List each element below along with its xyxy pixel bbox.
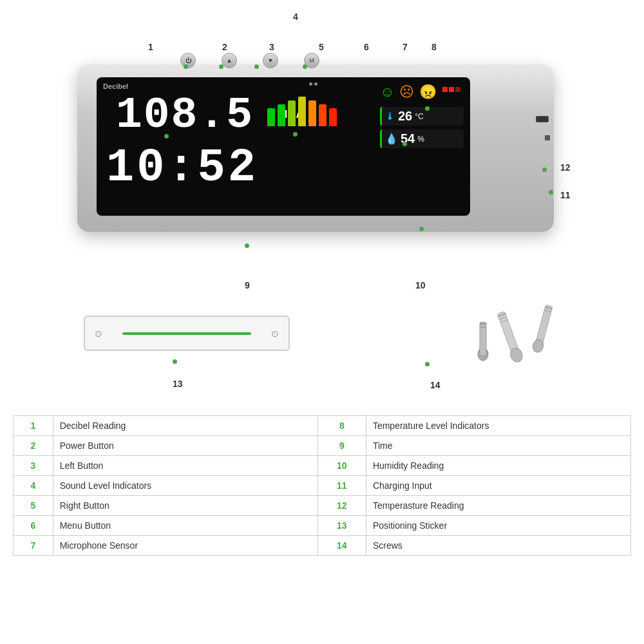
device-body: ⏻ ▲ ▼ M Decibel 108.5 dBA	[77, 64, 554, 232]
label-14: 14	[430, 380, 440, 390]
left-num: 7	[14, 536, 53, 556]
dot-3	[219, 64, 223, 69]
left-num: 2	[14, 436, 53, 456]
humidity-row: 💧 54 %	[380, 129, 464, 148]
right-num: 8	[317, 416, 366, 436]
parts-table: 1 Decibel Reading 8 Temperature Level In…	[13, 415, 631, 556]
right-panel: ☺ ☹ 😠 🌡 26 °C 💧 54	[380, 84, 464, 213]
left-num: 1	[14, 416, 53, 436]
humidity-unit: %	[417, 135, 424, 144]
dot-7	[402, 142, 407, 146]
right-label: Charging Input	[366, 476, 630, 496]
label-5: 5	[319, 42, 324, 52]
label-4: 4	[293, 12, 298, 22]
sound-level-indicators	[267, 97, 337, 126]
label-10: 10	[415, 280, 426, 290]
right-num: 13	[317, 516, 366, 536]
left-label: Power Button	[53, 436, 317, 456]
right-num: 11	[317, 476, 366, 496]
time-display: 10:52	[106, 142, 258, 194]
label-9: 9	[245, 280, 250, 290]
temperature-row: 🌡 26 °C	[380, 107, 464, 126]
left-label: Microphone Sensor	[53, 536, 317, 556]
table-row: 1 Decibel Reading 8 Temperature Level In…	[14, 416, 631, 436]
right-label: Screws	[366, 536, 630, 556]
screws-svg	[464, 303, 592, 374]
humidity-icon: 💧	[385, 133, 398, 145]
table-row: 3 Left Button 10 Humidity Reading	[14, 456, 631, 476]
sticker-screw-left: ⊙	[95, 328, 102, 339]
label-11: 11	[560, 190, 571, 200]
face-happy-icon: ☺	[380, 84, 394, 100]
dot-14	[425, 362, 430, 366]
positioning-sticker: ⊙ ⊙	[84, 316, 290, 351]
right-label: Positioning Sticker	[366, 516, 630, 536]
dot-12	[542, 167, 547, 172]
table-row: 5 Right Button 12 Temperasture Reading	[14, 496, 631, 516]
microphone-sensor	[545, 135, 550, 140]
table-row: 6 Menu Button 13 Positioning Sticker	[14, 516, 631, 536]
label-2: 2	[222, 42, 227, 52]
dot-10	[419, 227, 424, 231]
power-button[interactable]: ⏻	[180, 53, 196, 68]
left-num: 4	[14, 476, 53, 496]
sticker-screw-right: ⊙	[271, 328, 279, 339]
dot-13	[173, 359, 177, 364]
left-num: 3	[14, 456, 53, 476]
dot-9	[245, 243, 249, 248]
decibel-label: Decibel	[103, 82, 128, 90]
status-dots	[309, 82, 317, 86]
temperature-reading: 26	[398, 109, 412, 124]
right-num: 14	[317, 536, 366, 556]
right-num: 12	[317, 496, 366, 516]
dot-11	[549, 190, 553, 194]
left-num: 6	[14, 516, 53, 536]
left-num: 5	[14, 496, 53, 516]
sticker-area: ⊙ ⊙	[84, 316, 309, 361]
dot-2	[184, 64, 188, 69]
dot-6	[303, 64, 307, 69]
left-label: Menu Button	[53, 516, 317, 536]
right-label: Time	[366, 436, 630, 456]
temperature-level-indicators: ☺ ☹ 😠	[380, 84, 464, 100]
battery-indicator	[442, 87, 460, 92]
left-label: Right Button	[53, 496, 317, 516]
table-row: 7 Microphone Sensor 14 Screws	[14, 536, 631, 556]
label-12: 12	[560, 162, 571, 173]
label-7: 7	[402, 42, 408, 52]
diagram-area: ⏻ ▲ ▼ M Decibel 108.5 dBA	[0, 0, 644, 412]
top-buttons-row: ⏻ ▲ ▼ M	[180, 53, 319, 68]
temp-unit: °C	[415, 112, 423, 121]
dot-4	[293, 132, 298, 137]
charging-input	[536, 116, 549, 122]
label-8: 8	[431, 42, 437, 52]
right-button-btn[interactable]: ▼	[263, 53, 278, 68]
label-3: 3	[269, 42, 274, 52]
dot-1	[164, 134, 169, 138]
face-neutral-icon: ☹	[399, 84, 414, 100]
right-label: Humidity Reading	[366, 456, 630, 476]
left-label: Sound Level Indicators	[53, 476, 317, 496]
sticker-line	[122, 332, 251, 335]
label-1: 1	[148, 42, 153, 52]
device-screen: Decibel 108.5 dBA 10:52	[97, 77, 470, 216]
thermometer-icon: 🌡	[385, 111, 395, 122]
face-sad-icon: 😠	[419, 84, 437, 100]
left-button[interactable]: ▲	[222, 53, 237, 68]
table-row: 4 Sound Level Indicators 11 Charging Inp…	[14, 476, 631, 496]
right-num: 10	[317, 456, 366, 476]
right-label: Temperasture Reading	[366, 496, 630, 516]
dot-8	[425, 106, 430, 111]
right-num: 9	[317, 436, 366, 456]
screws-area	[464, 303, 592, 367]
table-row: 2 Power Button 9 Time	[14, 436, 631, 456]
left-label: Left Button	[53, 456, 317, 476]
right-label: Temperature Level Indicators	[366, 416, 630, 436]
left-label: Decibel Reading	[53, 416, 317, 436]
dot-5	[254, 64, 259, 69]
label-6: 6	[364, 42, 369, 52]
label-13: 13	[173, 379, 183, 389]
